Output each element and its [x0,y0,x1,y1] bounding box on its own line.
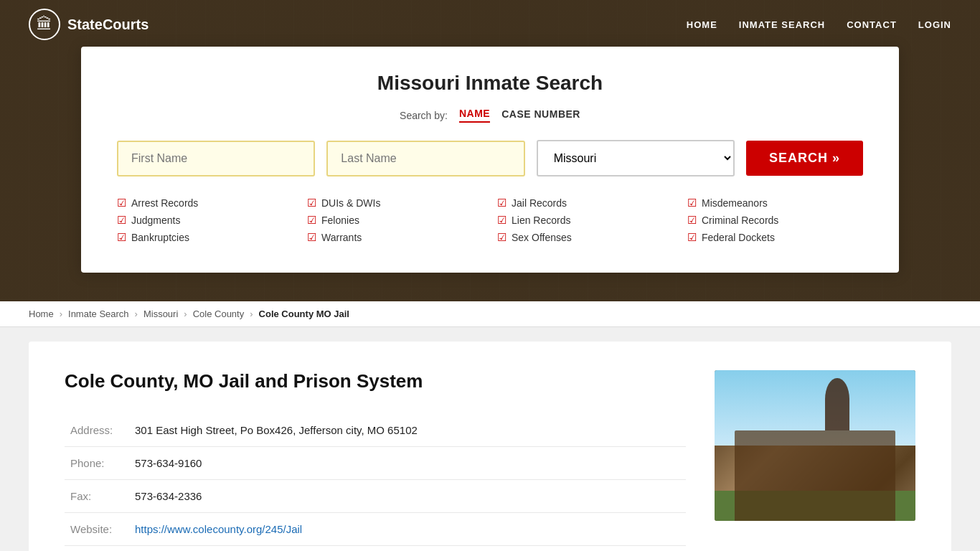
feature-felonies: ☑ Felonies [307,214,483,227]
fax-value: 573-634-2336 [129,480,686,513]
phone-row: Phone: 573-634-9160 [65,447,686,480]
check-icon: ☑ [307,231,316,244]
first-name-input[interactable] [117,141,315,176]
facebook-label: Facebook: [65,546,129,552]
feature-label: Criminal Records [702,215,778,226]
nav-home[interactable]: HOME [687,19,717,30]
check-icon: ☑ [307,214,316,227]
search-inputs: Missouri Alabama Alaska Arizona Arkansas… [117,140,863,176]
search-by-row: Search by: NAME CASE NUMBER [117,108,863,123]
fax-label: Fax: [65,480,129,513]
tab-name[interactable]: NAME [459,108,490,123]
check-icon: ☑ [687,231,697,244]
website-value: https://www.colecounty.org/245/Jail [129,513,686,546]
feature-label: Bankruptcies [131,232,189,243]
phone-label: Phone: [65,447,129,480]
feature-label: Arrest Records [131,197,198,209]
feature-criminal-records: ☑ Criminal Records [687,214,863,227]
check-icon: ☑ [307,197,316,209]
check-icon: ☑ [497,214,507,227]
nav-links: HOME INMATE SEARCH CONTACT LOGIN [687,19,951,30]
feature-sex-offenses: ☑ Sex Offenses [497,231,673,244]
info-table: Address: 301 East High Street, Po Box426… [65,414,686,551]
feature-label: Judgments [131,215,180,226]
feature-label: Misdemeanors [702,197,768,209]
address-value: 301 East High Street, Po Box426, Jeffers… [129,414,686,447]
search-card: Missouri Inmate Search Search by: NAME C… [81,47,899,273]
breadcrumb-cole-county[interactable]: Cole County [193,309,245,319]
content-card: Cole County, MO Jail and Prison System A… [29,342,951,551]
feature-warrants: ☑ Warrants [307,231,483,244]
search-button[interactable]: SEARCH » [746,141,863,176]
feature-label: Federal Dockets [702,232,775,243]
facebook-value: https://www.facebook.com/pages/Cole-Coun… [129,546,686,552]
check-icon: ☑ [117,214,126,227]
breadcrumb-sep-2: › [135,309,138,319]
breadcrumb: Home › Inmate Search › Missouri › Cole C… [0,301,980,327]
feature-lien-records: ☑ Lien Records [497,214,673,227]
breadcrumb-missouri[interactable]: Missouri [143,309,178,319]
hero-section: COURTHOUSE 🏛 StateCourts HOME INMATE SEA… [0,0,980,301]
website-row: Website: https://www.colecounty.org/245/… [65,513,686,546]
feature-label: Lien Records [512,215,571,226]
check-icon: ☑ [117,197,126,209]
feature-misdemeanors: ☑ Misdemeanors [687,197,863,209]
building-tower [825,378,849,431]
fax-row: Fax: 573-634-2336 [65,480,686,513]
navigation: 🏛 StateCourts HOME INMATE SEARCH CONTACT… [0,0,980,49]
nav-inmate-search[interactable]: INMATE SEARCH [739,19,825,30]
address-label: Address: [65,414,129,447]
features-grid: ☑ Arrest Records ☑ DUIs & DWIs ☑ Jail Re… [117,197,863,244]
feature-arrest-records: ☑ Arrest Records [117,197,293,209]
nav-contact[interactable]: CONTACT [847,19,897,30]
check-icon: ☑ [687,197,697,209]
breadcrumb-current: Cole County MO Jail [259,309,349,319]
feature-duis-dwis: ☑ DUIs & DWIs [307,197,483,209]
logo-link[interactable]: 🏛 StateCourts [29,9,149,40]
feature-label: Felonies [321,215,359,226]
check-icon: ☑ [497,197,507,209]
search-title: Missouri Inmate Search [117,72,863,95]
check-icon: ☑ [687,214,697,227]
feature-label: Jail Records [512,197,567,209]
nav-login[interactable]: LOGIN [918,19,951,30]
website-link[interactable]: https://www.colecounty.org/245/Jail [135,523,302,535]
check-icon: ☑ [497,231,507,244]
feature-label: DUIs & DWIs [321,197,380,209]
website-label: Website: [65,513,129,546]
jail-image [715,370,915,521]
feature-label: Sex Offenses [512,232,572,243]
building-main [735,430,895,521]
breadcrumb-sep-4: › [250,309,253,319]
feature-federal-dockets: ☑ Federal Dockets [687,231,863,244]
breadcrumb-sep-1: › [60,309,62,319]
address-row: Address: 301 East High Street, Po Box426… [65,414,686,447]
check-icon: ☑ [117,231,126,244]
last-name-input[interactable] [326,141,524,176]
feature-jail-records: ☑ Jail Records [497,197,673,209]
content-right [715,370,915,551]
feature-label: Warrants [321,232,362,243]
content-left: Cole County, MO Jail and Prison System A… [65,370,686,551]
feature-bankruptcies: ☑ Bankruptcies [117,231,293,244]
facebook-row: Facebook: https://www.facebook.com/pages… [65,546,686,552]
state-select[interactable]: Missouri Alabama Alaska Arizona Arkansas… [537,140,735,176]
content-section: Cole County, MO Jail and Prison System A… [0,327,980,551]
phone-value: 573-634-9160 [129,447,686,480]
logo-text: StateCourts [67,17,149,33]
logo-icon: 🏛 [29,9,60,40]
tab-case-number[interactable]: CASE NUMBER [501,108,580,122]
facility-title: Cole County, MO Jail and Prison System [65,370,686,392]
breadcrumb-sep-3: › [184,309,187,319]
breadcrumb-home[interactable]: Home [29,309,54,319]
feature-judgments: ☑ Judgments [117,214,293,227]
search-by-label: Search by: [400,110,448,121]
breadcrumb-inmate-search[interactable]: Inmate Search [68,309,129,319]
